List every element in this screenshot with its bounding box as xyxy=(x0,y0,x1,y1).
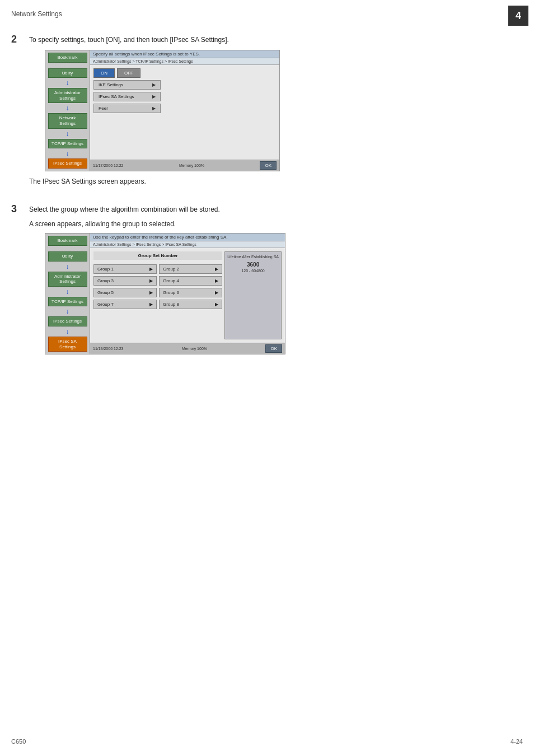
device-navbar-1: Administrator Settings > TCP/IP Settings… xyxy=(90,58,279,65)
device-footer-1: 11/17/2006 12:22 Memory 100% OK xyxy=(90,160,279,171)
group-6-btn[interactable]: Group 6 ▶ xyxy=(159,288,222,297)
group-1-label: Group 1 xyxy=(97,267,114,272)
peer-btn[interactable]: Peer ▶ xyxy=(93,104,161,113)
device-topbar-2: Use the keypad to enter the lifetime of … xyxy=(90,234,285,241)
group-3-arrow: ▶ xyxy=(149,278,153,283)
step-3: 3 Select the group where the algorithm c… xyxy=(11,203,523,355)
group-4-arrow: ▶ xyxy=(215,278,218,283)
on-off-row: ON OFF xyxy=(93,68,276,78)
step-2-subtext: The IPsec SA Settings screen appears. xyxy=(29,177,523,186)
step-3-text: Select the group where the algorithm com… xyxy=(29,203,220,214)
sidebar-bookmark-1[interactable]: Bookmark xyxy=(48,53,87,63)
sidebar-ipsec-1[interactable]: IPsec Settings xyxy=(48,158,87,169)
group-7-arrow: ▶ xyxy=(149,302,153,307)
ike-settings-btn[interactable]: IKE Settings ▶ xyxy=(93,80,161,90)
footer-time-2: 11/19/2006 12:23 xyxy=(93,347,124,351)
step-3-header: 3 Select the group where the algorithm c… xyxy=(11,203,523,215)
footer-time-1: 11/17/2006 12:22 xyxy=(93,164,124,167)
group-2-label: Group 2 xyxy=(163,267,179,272)
lifetime-panel: Lifetime After Establishing SA 3600 120 … xyxy=(224,251,282,339)
step-2-text: To specify settings, touch [ON], and the… xyxy=(29,34,229,45)
group-number-header: Group Set Number xyxy=(93,251,222,260)
group-3-label: Group 3 xyxy=(97,278,114,283)
device-main-flex: Group Set Number Group 1 ▶ Group 2 ▶ xyxy=(93,251,282,339)
peer-label: Peer xyxy=(99,106,108,111)
footer-page: 4-24 xyxy=(510,738,523,745)
lifetime-value: 3600 xyxy=(227,262,279,268)
device-sidebar-1: Bookmark Utility ↓ Administrator Setting… xyxy=(45,50,90,171)
sidebar-admin-1[interactable]: Administrator Settings xyxy=(48,88,87,103)
device-main-2: Use the keypad to enter the lifetime of … xyxy=(90,234,285,354)
group-5-arrow: ▶ xyxy=(149,290,153,295)
step-2: 2 To specify settings, touch [ON], and t… xyxy=(11,34,523,186)
step-3-subtext: A screen appears, allowing the group to … xyxy=(29,220,523,229)
group-1-arrow: ▶ xyxy=(149,267,153,272)
group-3-btn[interactable]: Group 3 ▶ xyxy=(93,276,157,286)
group-8-arrow: ▶ xyxy=(215,302,218,307)
page-footer: C650 4-24 xyxy=(11,738,523,745)
sidebar-arrow-1d: ↓ xyxy=(66,150,69,157)
sidebar-arrow-1b: ↓ xyxy=(66,104,69,112)
group-5-label: Group 5 xyxy=(97,290,114,295)
on-button[interactable]: ON xyxy=(93,68,115,78)
group-grid: Group 1 ▶ Group 2 ▶ Group 3 ▶ xyxy=(93,264,222,311)
sidebar-arrow-2a: ↓ xyxy=(66,263,69,270)
sidebar-arrow-1c: ↓ xyxy=(66,130,69,138)
group-6-arrow: ▶ xyxy=(215,290,218,295)
ipsec-sa-arrow-icon: ▶ xyxy=(152,94,156,99)
header-label: Network Settings xyxy=(11,10,62,18)
device-content-1: ON OFF IKE Settings ▶ IPsec SA Settings … xyxy=(90,65,279,160)
group-8-label: Group 8 xyxy=(163,302,179,307)
sidebar-utility-2[interactable]: Utility xyxy=(48,251,87,262)
sidebar-arrow-1a: ↓ xyxy=(66,79,69,87)
group-6-label: Group 6 xyxy=(163,290,179,295)
off-button[interactable]: OFF xyxy=(117,68,140,78)
ipsec-sa-label: IPsec SA Settings xyxy=(99,94,134,99)
footer-model: C650 xyxy=(11,738,26,745)
sidebar-admin-2[interactable]: Administrator Settings xyxy=(48,272,87,287)
device-main-1: Specify all settings when IPsec Settings… xyxy=(90,50,279,171)
device-topbar-1: Specify all settings when IPsec Settings… xyxy=(90,50,279,58)
device-screen-2: Bookmark Utility ↓ Administrator Setting… xyxy=(45,233,285,354)
sidebar-tcp-2[interactable]: TCP/IP Settings xyxy=(48,297,87,307)
sidebar-arrow-2d: ↓ xyxy=(66,328,69,335)
page-number: 4 xyxy=(516,10,521,22)
device-footer-2: 11/19/2006 12:23 Memory 100% OK xyxy=(90,343,285,354)
ike-settings-label: IKE Settings xyxy=(99,82,123,87)
group-2-btn[interactable]: Group 2 ▶ xyxy=(159,264,222,274)
step-2-number: 2 xyxy=(11,34,22,45)
group-7-btn[interactable]: Group 7 ▶ xyxy=(93,300,157,309)
sidebar-network-1[interactable]: Network Settings xyxy=(48,113,87,128)
sidebar-bookmark-2[interactable]: Bookmark xyxy=(48,236,87,246)
ipsec-sa-settings-btn[interactable]: IPsec SA Settings ▶ xyxy=(93,92,161,101)
sidebar-arrow-2c: ↓ xyxy=(66,307,69,315)
sidebar-arrow-2b: ↓ xyxy=(66,288,69,296)
sidebar-ipsec-sa-2[interactable]: IPsec SA Settings xyxy=(48,337,87,352)
lifetime-title: Lifetime After Establishing SA xyxy=(227,254,279,259)
peer-arrow-icon: ▶ xyxy=(152,106,156,111)
device-navbar-2: Administrator Settings > IPsec Settings … xyxy=(90,241,285,248)
device-center: Group Set Number Group 1 ▶ Group 2 ▶ xyxy=(93,251,222,339)
group-4-btn[interactable]: Group 4 ▶ xyxy=(159,276,222,286)
sidebar-tcp-1[interactable]: TCP/IP Settings xyxy=(48,139,87,149)
group-4-label: Group 4 xyxy=(163,278,179,283)
device-content-2: Group Set Number Group 1 ▶ Group 2 ▶ xyxy=(90,248,285,343)
group-1-btn[interactable]: Group 1 ▶ xyxy=(93,264,157,274)
page-number-box: 4 xyxy=(508,6,528,26)
group-8-btn[interactable]: Group 8 ▶ xyxy=(159,300,222,309)
step-2-header: 2 To specify settings, touch [ON], and t… xyxy=(11,34,523,45)
footer-memory-1: Memory 100% xyxy=(179,164,204,167)
sidebar-ipsec-2[interactable]: IPsec Settings xyxy=(48,316,87,326)
step-3-number: 3 xyxy=(11,203,22,215)
ok-button-2[interactable]: OK xyxy=(265,344,282,353)
group-7-label: Group 7 xyxy=(97,302,114,307)
sidebar-utility-1[interactable]: Utility xyxy=(48,68,87,78)
lifetime-range: 120 - 604800 xyxy=(227,269,279,273)
ok-button-1[interactable]: OK xyxy=(260,161,277,170)
header-title: Network Settings xyxy=(11,10,62,18)
group-2-arrow: ▶ xyxy=(215,267,218,272)
device-sidebar-2: Bookmark Utility ↓ Administrator Setting… xyxy=(45,234,90,354)
group-5-btn[interactable]: Group 5 ▶ xyxy=(93,288,157,297)
footer-memory-2: Memory 100% xyxy=(182,347,207,351)
device-screen-1: Bookmark Utility ↓ Administrator Setting… xyxy=(45,50,280,171)
